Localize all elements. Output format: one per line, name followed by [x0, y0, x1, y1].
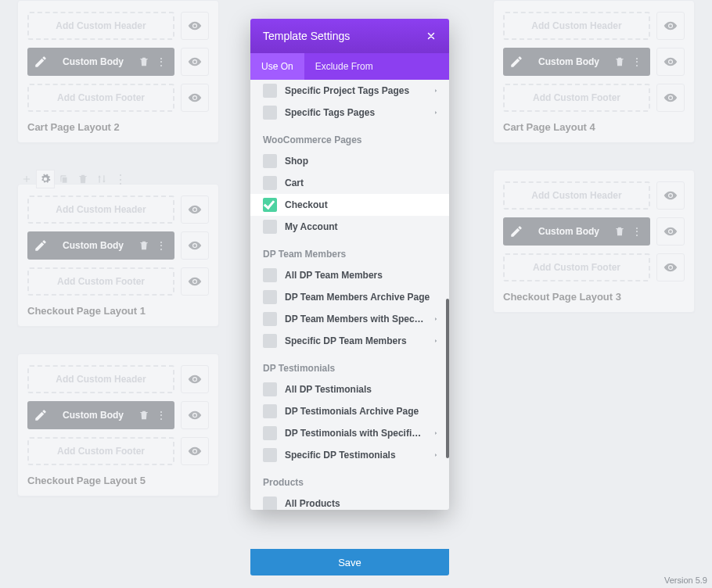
checkbox[interactable] — [263, 176, 277, 190]
checkbox[interactable] — [263, 84, 277, 98]
more-icon[interactable]: ⋮ — [111, 170, 130, 188]
checkbox[interactable] — [263, 312, 277, 326]
option-shop[interactable]: Shop — [250, 150, 449, 172]
checkbox[interactable] — [263, 220, 277, 234]
pencil-icon — [34, 408, 48, 422]
section-testimonials: DP Testimonials — [250, 352, 449, 378]
visibility-toggle[interactable] — [181, 365, 209, 393]
option-cart[interactable]: Cart — [250, 172, 449, 194]
more-icon[interactable]: ⋮ — [154, 56, 168, 68]
checkbox[interactable] — [263, 426, 277, 440]
visibility-toggle[interactable] — [181, 84, 209, 112]
visibility-toggle[interactable] — [181, 437, 209, 465]
trash-icon[interactable] — [614, 226, 625, 237]
checkbox-checked[interactable] — [263, 198, 277, 212]
close-icon[interactable] — [426, 30, 437, 41]
layout-title: Cart Page Layout 2 — [27, 121, 209, 133]
visibility-toggle[interactable] — [656, 217, 685, 246]
custom-body-row[interactable]: Custom Body⋮ — [27, 48, 174, 76]
visibility-toggle[interactable] — [656, 253, 685, 281]
add-footer-button[interactable]: Add Custom Footer — [27, 437, 174, 465]
pencil-icon — [509, 224, 523, 238]
more-icon[interactable]: ⋮ — [154, 239, 168, 252]
visibility-toggle[interactable] — [181, 401, 209, 429]
eye-icon — [663, 55, 678, 69]
section-woocommerce: WooCommerce Pages — [250, 124, 449, 150]
option-team-specific[interactable]: Specific DP Team Members — [250, 330, 449, 352]
save-button[interactable]: Save — [250, 549, 449, 575]
add-footer-button[interactable]: Add Custom Footer — [27, 267, 174, 296]
visibility-toggle[interactable] — [656, 181, 685, 210]
section-products: Products — [250, 466, 449, 493]
tab-use-on[interactable]: Use On — [250, 53, 304, 80]
trash-icon[interactable] — [138, 410, 149, 421]
option-all-testimonials[interactable]: All DP Testimonials — [250, 378, 449, 400]
checkbox[interactable] — [263, 268, 277, 282]
trash-icon[interactable] — [138, 56, 149, 67]
add-header-button[interactable]: Add Custom Header — [503, 181, 650, 210]
more-icon[interactable]: ⋮ — [154, 409, 168, 421]
custom-body-row[interactable]: Custom Body⋮ — [503, 48, 650, 76]
option-team-specific-cat[interactable]: DP Team Members with Specific Categories — [250, 308, 449, 330]
visibility-toggle[interactable] — [656, 48, 685, 76]
option-checkout[interactable]: Checkout — [250, 194, 449, 216]
layout-card: Add Custom HeaderCustom Body⋮Add Custom … — [493, 170, 695, 313]
option-team-archive[interactable]: DP Team Members Archive Page — [250, 286, 449, 308]
eye-icon — [188, 274, 202, 289]
checkbox[interactable] — [263, 497, 277, 510]
option-testimonials-specific-cat[interactable]: DP Testimonials with Specific DP Categor… — [250, 422, 449, 444]
tab-exclude-from[interactable]: Exclude From — [304, 53, 384, 80]
checkbox[interactable] — [263, 334, 277, 348]
custom-body-row[interactable]: Custom Body⋮ — [503, 217, 650, 246]
add-footer-button[interactable]: Add Custom Footer — [503, 253, 650, 281]
visibility-toggle[interactable] — [181, 48, 209, 76]
option-all-products[interactable]: All Products — [250, 493, 449, 510]
custom-body-row[interactable]: Custom Body⋮ — [27, 401, 174, 429]
option-all-team[interactable]: All DP Team Members — [250, 264, 449, 286]
eye-icon — [663, 91, 678, 105]
checkbox[interactable] — [263, 448, 277, 462]
checkbox[interactable] — [263, 290, 277, 304]
trash-icon[interactable] — [138, 240, 149, 251]
visibility-toggle[interactable] — [181, 267, 209, 296]
sort-icon[interactable] — [92, 170, 111, 188]
option-my-account[interactable]: My Account — [250, 216, 449, 238]
trash-icon[interactable] — [614, 56, 625, 67]
visibility-toggle[interactable] — [656, 12, 685, 40]
more-icon[interactable]: ⋮ — [630, 56, 644, 68]
add-footer-button[interactable]: Add Custom Footer — [503, 84, 650, 112]
eye-icon — [663, 224, 678, 238]
version-label: Version 5.9 — [664, 575, 707, 585]
option-specific-project-tags[interactable]: Specific Project Tags Pages — [250, 80, 449, 102]
visibility-toggle[interactable] — [181, 12, 209, 40]
add-footer-button[interactable]: Add Custom Footer — [27, 84, 174, 112]
gear-icon[interactable] — [36, 170, 55, 188]
copy-icon[interactable] — [55, 170, 74, 188]
add-header-button[interactable]: Add Custom Header — [503, 12, 650, 40]
eye-icon — [188, 91, 202, 105]
pencil-icon — [34, 55, 48, 69]
section-team: DP Team Members — [250, 238, 449, 264]
eye-icon — [663, 188, 678, 203]
option-specific-tags[interactable]: Specific Tags Pages — [250, 102, 449, 124]
layout-card: Add Custom HeaderCustom Body⋮Add Custom … — [493, 0, 695, 143]
checkbox[interactable] — [263, 404, 277, 418]
layout-title: Checkout Page Layout 3 — [503, 291, 685, 303]
checkbox[interactable] — [263, 106, 277, 120]
add-icon[interactable] — [17, 170, 36, 188]
trash-icon[interactable] — [74, 170, 92, 188]
visibility-toggle[interactable] — [181, 195, 209, 224]
visibility-toggle[interactable] — [656, 84, 685, 112]
add-header-button[interactable]: Add Custom Header — [27, 365, 174, 393]
scrollbar[interactable] — [446, 299, 449, 458]
checkbox[interactable] — [263, 154, 277, 168]
visibility-toggle[interactable] — [181, 231, 209, 260]
more-icon[interactable]: ⋮ — [630, 225, 644, 238]
modal-tabs: Use On Exclude From — [250, 53, 449, 80]
custom-body-row[interactable]: Custom Body⋮ — [27, 231, 174, 260]
option-testimonials-specific[interactable]: Specific DP Testimonials — [250, 444, 449, 466]
checkbox[interactable] — [263, 382, 277, 396]
add-header-button[interactable]: Add Custom Header — [27, 12, 174, 40]
add-header-button[interactable]: Add Custom Header — [27, 195, 174, 224]
option-testimonials-archive[interactable]: DP Testimonials Archive Page — [250, 400, 449, 422]
